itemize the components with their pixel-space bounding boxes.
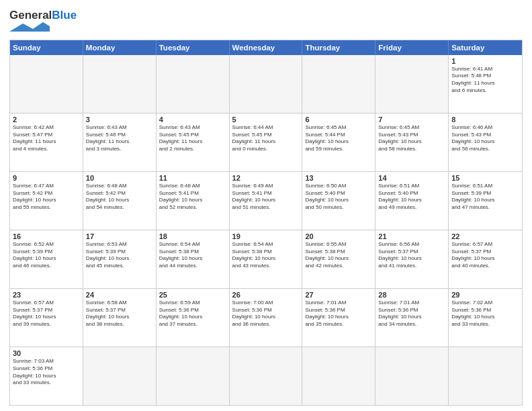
- day-number: 30: [13, 349, 80, 357]
- calendar-cell: 18Sunrise: 6:54 AM Sunset: 5:38 PM Dayli…: [157, 230, 230, 288]
- header-day-saturday: Saturday: [449, 40, 522, 55]
- calendar-header: SundayMondayTuesdayWednesdayThursdayFrid…: [10, 40, 522, 55]
- calendar-cell: 6Sunrise: 6:45 AM Sunset: 5:44 PM Daylig…: [302, 113, 375, 171]
- day-number: 21: [378, 232, 445, 240]
- calendar-cell: 19Sunrise: 6:54 AM Sunset: 5:38 PM Dayli…: [230, 230, 303, 288]
- header-day-thursday: Thursday: [302, 40, 375, 55]
- day-number: 4: [159, 116, 226, 124]
- calendar-cell: 12Sunrise: 6:49 AM Sunset: 5:41 PM Dayli…: [230, 172, 303, 230]
- day-info: Sunrise: 6:54 AM Sunset: 5:38 PM Dayligh…: [159, 241, 226, 270]
- day-info: Sunrise: 7:02 AM Sunset: 5:36 PM Dayligh…: [451, 300, 519, 328]
- svg-marker-0: [9, 22, 50, 32]
- header-day-monday: Monday: [83, 40, 157, 55]
- calendar-cell: [302, 55, 375, 113]
- calendar-cell: [83, 347, 157, 405]
- calendar-cell: 24Sunrise: 6:58 AM Sunset: 5:37 PM Dayli…: [83, 289, 157, 347]
- calendar-cell: [449, 347, 522, 405]
- calendar-cell: 27Sunrise: 7:01 AM Sunset: 5:36 PM Dayli…: [302, 289, 375, 347]
- calendar-week-6: 30Sunrise: 7:03 AM Sunset: 5:36 PM Dayli…: [10, 347, 522, 405]
- day-number: 23: [13, 291, 80, 299]
- day-info: Sunrise: 6:53 AM Sunset: 5:39 PM Dayligh…: [86, 241, 153, 270]
- calendar-week-4: 16Sunrise: 6:52 AM Sunset: 5:39 PM Dayli…: [10, 230, 522, 288]
- calendar-cell: 25Sunrise: 6:59 AM Sunset: 5:36 PM Dayli…: [157, 289, 230, 347]
- day-number: 15: [451, 174, 519, 182]
- day-info: Sunrise: 6:41 AM Sunset: 5:48 PM Dayligh…: [451, 66, 519, 95]
- day-info: Sunrise: 6:44 AM Sunset: 5:45 PM Dayligh…: [232, 124, 300, 153]
- calendar-cell: 26Sunrise: 7:00 AM Sunset: 5:36 PM Dayli…: [230, 289, 303, 347]
- day-number: 28: [378, 291, 445, 299]
- calendar-cell: 4Sunrise: 6:43 AM Sunset: 5:45 PM Daylig…: [157, 113, 230, 171]
- day-info: Sunrise: 6:54 AM Sunset: 5:38 PM Dayligh…: [232, 241, 300, 270]
- calendar-cell: 29Sunrise: 7:02 AM Sunset: 5:36 PM Dayli…: [449, 289, 522, 347]
- day-info: Sunrise: 6:58 AM Sunset: 5:37 PM Dayligh…: [86, 300, 153, 328]
- header-day-friday: Friday: [375, 40, 449, 55]
- day-info: Sunrise: 6:50 AM Sunset: 5:40 PM Dayligh…: [305, 183, 372, 212]
- calendar-cell: 14Sunrise: 6:51 AM Sunset: 5:40 PM Dayli…: [375, 172, 449, 230]
- day-info: Sunrise: 6:42 AM Sunset: 5:47 PM Dayligh…: [13, 124, 80, 153]
- calendar-cell: 11Sunrise: 6:48 AM Sunset: 5:41 PM Dayli…: [157, 172, 230, 230]
- calendar-cell: 3Sunrise: 6:43 AM Sunset: 5:46 PM Daylig…: [83, 113, 157, 171]
- day-number: 19: [232, 232, 300, 240]
- day-number: 1: [451, 57, 519, 65]
- calendar-cell: [375, 55, 449, 113]
- day-number: 17: [86, 232, 153, 240]
- day-number: 16: [13, 232, 80, 240]
- day-number: 2: [13, 116, 80, 124]
- day-number: 25: [159, 291, 226, 299]
- day-info: Sunrise: 6:45 AM Sunset: 5:44 PM Dayligh…: [305, 124, 372, 153]
- day-number: 5: [232, 116, 300, 124]
- day-number: 29: [451, 291, 519, 299]
- day-number: 13: [305, 174, 372, 182]
- logo-general: General: [9, 9, 52, 21]
- calendar-cell: [157, 347, 230, 405]
- calendar-cell: 2Sunrise: 6:42 AM Sunset: 5:47 PM Daylig…: [10, 113, 83, 171]
- day-info: Sunrise: 6:59 AM Sunset: 5:36 PM Dayligh…: [159, 300, 226, 328]
- day-info: Sunrise: 6:49 AM Sunset: 5:41 PM Dayligh…: [232, 183, 300, 212]
- calendar-cell: 28Sunrise: 7:01 AM Sunset: 5:36 PM Dayli…: [375, 289, 449, 347]
- day-info: Sunrise: 6:51 AM Sunset: 5:40 PM Dayligh…: [378, 183, 445, 212]
- calendar-week-1: 1Sunrise: 6:41 AM Sunset: 5:48 PM Daylig…: [10, 55, 522, 113]
- day-info: Sunrise: 7:01 AM Sunset: 5:36 PM Dayligh…: [378, 300, 445, 328]
- calendar-cell: 9Sunrise: 6:47 AM Sunset: 5:42 PM Daylig…: [10, 172, 83, 230]
- calendar-cell: 7Sunrise: 6:45 AM Sunset: 5:43 PM Daylig…: [375, 113, 449, 171]
- calendar-cell: [157, 55, 230, 113]
- page: GeneralBlue SundayMondayTuesdayWednesday…: [0, 0, 532, 411]
- calendar-cell: 16Sunrise: 6:52 AM Sunset: 5:39 PM Dayli…: [10, 230, 83, 288]
- day-info: Sunrise: 6:47 AM Sunset: 5:42 PM Dayligh…: [13, 183, 80, 212]
- header-day-sunday: Sunday: [10, 40, 83, 55]
- calendar-cell: 23Sunrise: 6:57 AM Sunset: 5:37 PM Dayli…: [10, 289, 83, 347]
- day-info: Sunrise: 6:48 AM Sunset: 5:42 PM Dayligh…: [86, 183, 153, 212]
- day-number: 24: [86, 291, 153, 299]
- calendar-cell: [375, 347, 449, 405]
- day-number: 9: [13, 174, 80, 182]
- header: GeneralBlue: [9, 7, 523, 36]
- day-number: 11: [159, 174, 226, 182]
- calendar-cell: 10Sunrise: 6:48 AM Sunset: 5:42 PM Dayli…: [83, 172, 157, 230]
- day-number: 8: [451, 116, 519, 124]
- day-info: Sunrise: 6:51 AM Sunset: 5:39 PM Dayligh…: [451, 183, 519, 212]
- day-info: Sunrise: 6:43 AM Sunset: 5:46 PM Dayligh…: [86, 124, 153, 153]
- calendar-cell: 20Sunrise: 6:55 AM Sunset: 5:38 PM Dayli…: [302, 230, 375, 288]
- day-info: Sunrise: 7:03 AM Sunset: 5:36 PM Dayligh…: [13, 358, 80, 387]
- header-day-wednesday: Wednesday: [230, 40, 303, 55]
- calendar: SundayMondayTuesdayWednesdayThursdayFrid…: [9, 40, 523, 406]
- calendar-cell: [10, 55, 83, 113]
- calendar-cell: 30Sunrise: 7:03 AM Sunset: 5:36 PM Dayli…: [10, 347, 83, 405]
- day-number: 12: [232, 174, 300, 182]
- day-info: Sunrise: 6:43 AM Sunset: 5:45 PM Dayligh…: [159, 124, 226, 153]
- day-info: Sunrise: 6:48 AM Sunset: 5:41 PM Dayligh…: [159, 183, 226, 212]
- day-info: Sunrise: 6:57 AM Sunset: 5:37 PM Dayligh…: [13, 300, 80, 328]
- calendar-cell: [230, 55, 303, 113]
- calendar-cell: [83, 55, 157, 113]
- day-number: 10: [86, 174, 153, 182]
- calendar-cell: 8Sunrise: 6:46 AM Sunset: 5:43 PM Daylig…: [449, 113, 522, 171]
- calendar-cell: 22Sunrise: 6:57 AM Sunset: 5:37 PM Dayli…: [449, 230, 522, 288]
- calendar-cell: 5Sunrise: 6:44 AM Sunset: 5:45 PM Daylig…: [230, 113, 303, 171]
- day-info: Sunrise: 6:55 AM Sunset: 5:38 PM Dayligh…: [305, 241, 372, 270]
- calendar-week-3: 9Sunrise: 6:47 AM Sunset: 5:42 PM Daylig…: [10, 171, 522, 230]
- calendar-cell: [302, 347, 375, 405]
- logo-blue: Blue: [52, 9, 77, 21]
- day-info: Sunrise: 6:52 AM Sunset: 5:39 PM Dayligh…: [13, 241, 80, 270]
- calendar-cell: [230, 347, 303, 405]
- logo: GeneralBlue: [9, 9, 77, 36]
